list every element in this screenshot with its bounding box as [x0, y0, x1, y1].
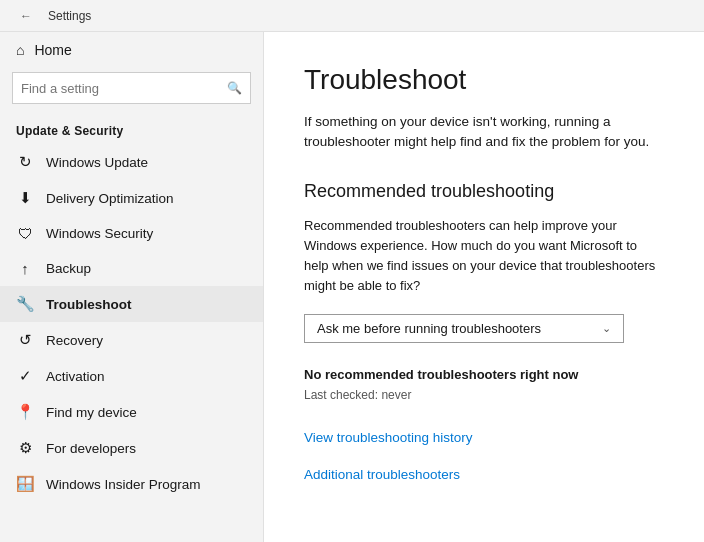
- titlebar: ← Settings: [0, 0, 704, 32]
- sidebar-item-find-my-device[interactable]: 📍 Find my device: [0, 394, 263, 430]
- search-icon: 🔍: [227, 81, 242, 95]
- sidebar-item-windows-update[interactable]: ↻ Windows Update: [0, 144, 263, 180]
- dropdown-value: Ask me before running troubleshooters: [317, 321, 541, 336]
- window-title: Settings: [48, 9, 91, 23]
- sidebar-label-activation: Activation: [46, 369, 105, 384]
- sidebar-item-home[interactable]: ⌂ Home: [0, 32, 263, 68]
- sidebar-item-troubleshoot[interactable]: 🔧 Troubleshoot: [0, 286, 263, 322]
- sidebar-item-for-developers[interactable]: ⚙ For developers: [0, 430, 263, 466]
- no-troubleshooters-label: No recommended troubleshooters right now: [304, 367, 664, 382]
- additional-troubleshooters-link[interactable]: Additional troubleshooters: [304, 467, 664, 482]
- home-icon: ⌂: [16, 42, 24, 58]
- app-container: ⌂ Home 🔍 Update & Security ↻ Windows Upd…: [0, 0, 704, 542]
- page-title: Troubleshoot: [304, 64, 664, 96]
- sidebar-item-activation[interactable]: ✓ Activation: [0, 358, 263, 394]
- windows-insider-icon: 🪟: [16, 475, 34, 493]
- sidebar-label-for-developers: For developers: [46, 441, 136, 456]
- delivery-optimization-icon: ⬇: [16, 189, 34, 207]
- search-input[interactable]: [21, 81, 227, 96]
- page-description: If something on your device isn't workin…: [304, 112, 664, 153]
- sidebar-label-delivery-optimization: Delivery Optimization: [46, 191, 174, 206]
- sidebar-label-recovery: Recovery: [46, 333, 103, 348]
- section-heading-recommended: Recommended troubleshooting: [304, 181, 664, 202]
- view-history-link[interactable]: View troubleshooting history: [304, 430, 664, 445]
- windows-security-icon: 🛡: [16, 225, 34, 242]
- find-device-icon: 📍: [16, 403, 34, 421]
- sidebar-label-windows-insider: Windows Insider Program: [46, 477, 201, 492]
- sidebar-item-recovery[interactable]: ↺ Recovery: [0, 322, 263, 358]
- sidebar-item-delivery-optimization[interactable]: ⬇ Delivery Optimization: [0, 180, 263, 216]
- sidebar: ⌂ Home 🔍 Update & Security ↻ Windows Upd…: [0, 32, 264, 542]
- sidebar-label-backup: Backup: [46, 261, 91, 276]
- sidebar-item-backup[interactable]: ↑ Backup: [0, 251, 263, 286]
- windows-update-icon: ↻: [16, 153, 34, 171]
- section-description-recommended: Recommended troubleshooters can help imp…: [304, 216, 664, 297]
- troubleshoot-icon: 🔧: [16, 295, 34, 313]
- sidebar-section-title: Update & Security: [0, 116, 263, 144]
- sidebar-item-windows-security[interactable]: 🛡 Windows Security: [0, 216, 263, 251]
- back-button[interactable]: ←: [12, 2, 40, 30]
- developers-icon: ⚙: [16, 439, 34, 457]
- sidebar-label-troubleshoot: Troubleshoot: [46, 297, 132, 312]
- search-box[interactable]: 🔍: [12, 72, 251, 104]
- sidebar-item-windows-insider[interactable]: 🪟 Windows Insider Program: [0, 466, 263, 502]
- last-checked-label: Last checked: never: [304, 388, 664, 402]
- troubleshooter-dropdown-container: Ask me before running troubleshooters ⌄: [304, 314, 664, 343]
- recovery-icon: ↺: [16, 331, 34, 349]
- activation-icon: ✓: [16, 367, 34, 385]
- backup-icon: ↑: [16, 260, 34, 277]
- sidebar-home-label: Home: [34, 42, 71, 58]
- sidebar-label-windows-update: Windows Update: [46, 155, 148, 170]
- sidebar-label-find-my-device: Find my device: [46, 405, 137, 420]
- chevron-down-icon: ⌄: [602, 322, 611, 335]
- sidebar-label-windows-security: Windows Security: [46, 226, 153, 241]
- troubleshooter-dropdown[interactable]: Ask me before running troubleshooters ⌄: [304, 314, 624, 343]
- main-content: Troubleshoot If something on your device…: [264, 32, 704, 542]
